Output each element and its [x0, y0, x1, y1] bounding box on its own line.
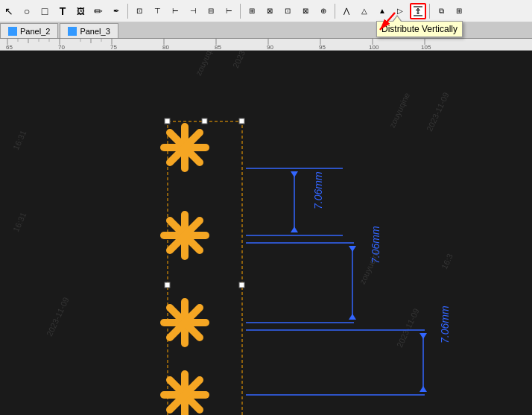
dim-arrow-1-bottom	[291, 226, 298, 232]
dist-vert-icon[interactable]	[410, 3, 426, 19]
tab-panel3[interactable]: Panel_3	[60, 23, 118, 38]
image-icon[interactable]: 🖼	[72, 3, 89, 19]
tab-panel2-icon	[8, 27, 17, 36]
canvas[interactable]: zouyuqine 2023-11-09 16:31 zouyuqine 202…	[0, 51, 532, 415]
asterisk-3	[164, 302, 206, 343]
dim-arrow-3-bottom	[419, 386, 427, 392]
dim-arrow-2-bottom	[349, 314, 356, 320]
asterisk-4	[164, 374, 206, 415]
ruler: 65 70 75 80 85 90 95 100 105	[0, 39, 532, 51]
dim-arrow-2-top	[349, 246, 356, 252]
dist-h2-icon[interactable]: ⊠	[262, 3, 278, 19]
svg-text:100: 100	[369, 44, 379, 51]
dim-label-2: 7.06mm	[370, 226, 381, 264]
align-left-top-icon[interactable]: ⊡	[131, 3, 148, 19]
align-right-top-icon[interactable]: ⊢	[167, 3, 183, 19]
align-center-icon[interactable]: ⊟	[203, 3, 219, 19]
svg-text:85: 85	[215, 44, 221, 51]
pen-icon[interactable]: ✒	[108, 3, 124, 19]
sep1	[127, 4, 128, 19]
dist-h1-icon[interactable]: ⊞	[244, 3, 260, 19]
handle-tm	[202, 118, 207, 124]
dim-label-3: 7.06mm	[439, 305, 451, 343]
dim-label-1: 7.06mm	[312, 171, 324, 209]
dist-h5-icon[interactable]: ⊕	[315, 3, 332, 19]
svg-text:90: 90	[267, 44, 273, 51]
tooltip-arrow-inner	[393, 16, 401, 22]
svg-rect-10	[0, 39, 532, 51]
svg-text:70: 70	[58, 44, 65, 51]
circle-icon[interactable]: ○	[19, 3, 35, 19]
tooltip-text: Distribute Vertically	[381, 24, 457, 34]
handle-mr	[239, 282, 244, 288]
align-left-icon[interactable]: ⊣	[185, 3, 201, 19]
wave3-icon[interactable]: ▲	[374, 3, 390, 19]
svg-text:75: 75	[110, 44, 117, 51]
sep3	[335, 4, 335, 19]
dist-h4-icon[interactable]: ⊠	[297, 3, 314, 19]
canvas-svg: 7.06mm 7.06mm 7.06mm	[0, 51, 532, 415]
wave2-icon[interactable]: △	[356, 3, 373, 19]
selection-box	[168, 121, 242, 415]
tooltip-box: Distribute Vertically	[376, 21, 463, 37]
handle-tl	[165, 118, 170, 124]
text-icon[interactable]: T	[54, 3, 71, 19]
svg-text:95: 95	[319, 44, 326, 51]
pointer-icon[interactable]: ↖	[1, 3, 17, 19]
toolbar: ↖ ○ □ T 🖼 ✏ ✒ ⊡ ⊤ ⊢ ⊣ ⊟ ⊢ ⊞ ⊠ ⊡ ⊠ ⊕ ⋀ △ …	[0, 0, 532, 22]
tab-panel2-label: Panel_2	[20, 27, 50, 36]
freehand-icon[interactable]: ✏	[90, 3, 107, 19]
align-right-icon[interactable]: ⊢	[221, 3, 237, 19]
sep2	[240, 4, 241, 19]
svg-text:65: 65	[6, 44, 13, 51]
dim-arrow-3-top	[419, 333, 427, 339]
group-icon[interactable]: ⊞	[451, 3, 467, 19]
handle-tr	[239, 118, 244, 124]
asterisk-1	[164, 127, 206, 168]
sep4	[429, 4, 430, 19]
svg-text:105: 105	[421, 44, 431, 51]
tab-panel3-icon	[68, 27, 77, 36]
dist-h3-icon[interactable]: ⊡	[279, 3, 296, 19]
rectangle-icon[interactable]: □	[37, 3, 53, 19]
svg-text:80: 80	[162, 44, 169, 51]
align-top-icon[interactable]: ⊤	[149, 3, 165, 19]
tab-panel2[interactable]: Panel_2	[0, 23, 58, 38]
asterisk-2	[164, 215, 206, 256]
wave1-icon[interactable]: ⋀	[338, 3, 355, 19]
dim-arrow-1-top	[291, 171, 298, 177]
copy-icon[interactable]: ⧉	[433, 3, 449, 19]
handle-ml	[165, 282, 170, 288]
tab-panel3-label: Panel_3	[80, 27, 110, 36]
